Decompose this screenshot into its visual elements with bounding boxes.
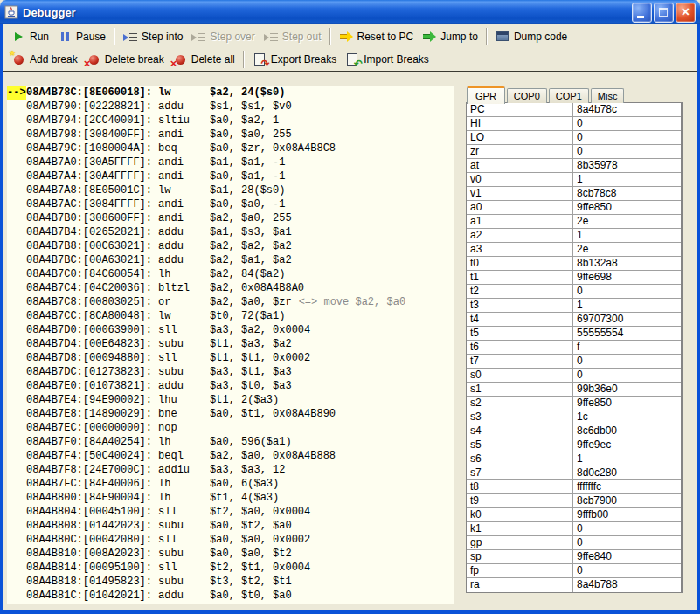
register-value[interactable]: 1	[573, 229, 681, 242]
register-value[interactable]: 2e	[573, 243, 681, 256]
disassembly-line[interactable]: 08A4B7E0:[01073821]:addu$a3, $t0, $a3	[7, 379, 454, 393]
tab-cop1[interactable]: COP1	[549, 88, 589, 103]
register-value[interactable]: 2e	[573, 215, 681, 228]
register-value[interactable]: 9ffe9ec	[573, 438, 681, 452]
disassembly-line[interactable]: 08A4B7A8:[8E05001C]:lw$a1, 28($s0)	[7, 183, 454, 197]
import-breaks-button[interactable]: Import Breaks	[341, 51, 433, 68]
register-value[interactable]: 55555554	[573, 327, 681, 340]
disassembly-line[interactable]: 08A4B80C:[00042080]:sll$a0, $a0, 0x0002	[7, 533, 454, 547]
export-breaks-button[interactable]: Export Breaks	[248, 51, 341, 68]
register-value[interactable]: 8a4b78c	[573, 103, 681, 116]
register-value[interactable]: 8cb7900	[573, 494, 681, 507]
toolbar-button[interactable]	[114, 28, 115, 45]
disassembly-panel[interactable]: -->08A4B78C:[8E060018]:lw$a2, 24($s0) 08…	[7, 86, 454, 604]
tab-cop0[interactable]: COP0	[507, 88, 547, 103]
tab-gpr[interactable]: GPR	[467, 86, 505, 104]
register-value[interactable]: 8d0c280	[573, 466, 681, 479]
register-value[interactable]: 1	[573, 299, 681, 312]
register-value[interactable]: 0	[573, 117, 681, 130]
disassembly-line[interactable]: 08A4B810:[008A2023]:subu$a0, $a0, $t2	[7, 547, 454, 561]
disassembly-line[interactable]: 08A4B7E4:[94E90002]:lhu$t1, 2($a3)	[7, 393, 454, 407]
disassembly-line[interactable]: 08A4B808:[01442023]:subu$a0, $t2, $a0	[7, 519, 454, 533]
disassembly-line[interactable]: 08A4B7DC:[01273823]:subu$a3, $t1, $a3	[7, 365, 454, 379]
tab-misc[interactable]: Misc	[591, 88, 625, 103]
step-into-button[interactable]: Step into	[119, 28, 187, 45]
register-value[interactable]: 0	[573, 285, 681, 298]
address-and-opcode: 08A4B7F0:[84A40254]:	[26, 435, 152, 449]
toolbar-button[interactable]	[486, 28, 488, 45]
register-value[interactable]: 1	[573, 173, 681, 186]
disassembly-line[interactable]: 08A4B7F4:[50C40024]:beql$a2, $a0, 0x08A4…	[7, 449, 454, 463]
disassembly-line[interactable]: 08A4B7D0:[00063900]:sll$a3, $a2, 0x0004	[7, 323, 454, 337]
maximize-button[interactable]	[654, 3, 674, 23]
toolbar-button[interactable]	[329, 28, 331, 45]
disassembly-line[interactable]: 08A4B7BC:[00A63021]:addu$a2, $a1, $a2	[7, 253, 454, 267]
disassembly-line[interactable]: 08A4B7B8:[00C63021]:addu$a2, $a2, $a2	[7, 239, 454, 253]
register-value[interactable]: 8b132a8	[573, 257, 681, 270]
disassembly-line[interactable]: 08A4B798:[308400FF]:andi$a0, $a0, 255	[7, 128, 454, 141]
disassembly-line[interactable]: 08A4B800:[84E90004]:lh$t1, 4($a3)	[7, 491, 454, 505]
register-value[interactable]: 9ffe698	[573, 271, 681, 284]
disassembly-line[interactable]: 08A4B7B0:[308600FF]:andi$a2, $a0, 255	[7, 211, 454, 225]
disassembly-line[interactable]: 08A4B7A0:[30A5FFFF]:andi$a1, $a1, -1	[7, 155, 454, 169]
register-value[interactable]: 9fffb00	[573, 508, 681, 521]
disassembly-line[interactable]: 08A4B7F8:[24E7000C]:addiu$a3, $a3, 12	[7, 463, 454, 477]
register-value[interactable]: 8b35978	[573, 159, 681, 172]
jump-to-button[interactable]: Jump to	[418, 28, 482, 45]
disassembly-line[interactable]: 08A4B7D8:[00094880]:sll$t1, $t1, 0x0002	[7, 351, 454, 365]
dump-code-button[interactable]: Dump code	[491, 28, 572, 45]
register-value[interactable]: 0	[573, 522, 681, 535]
disassembly-line[interactable]: 08A4B7D4:[00E64823]:subu$t1, $a3, $a2	[7, 337, 454, 351]
register-value[interactable]: 9ffe850	[573, 201, 681, 214]
register-value[interactable]: 9ffe840	[573, 550, 681, 563]
disassembly-line[interactable]: 08A4B814:[00095100]:sll$t2, $t1, 0x0004	[7, 561, 454, 575]
register-value[interactable]: 0	[573, 536, 681, 549]
register-value[interactable]: 8cb78c8	[573, 187, 681, 200]
disassembly-line[interactable]: 08A4B7EC:[00000000]:nop	[7, 421, 454, 435]
register-value[interactable]: 0	[573, 564, 681, 577]
register-value[interactable]: 1c	[573, 410, 681, 424]
disassembly-line[interactable]: 08A4B7FC:[84E40006]:lh$a0, 6($a3)	[7, 477, 454, 491]
titlebar[interactable]: Debugger	[0, 0, 700, 24]
disassembly-line[interactable]: 08A4B81C:[01042021]:addu$a0, $t0, $a0	[7, 589, 454, 603]
close-button[interactable]	[676, 3, 696, 23]
minimize-button[interactable]	[632, 3, 652, 23]
register-value[interactable]: 0	[573, 131, 681, 144]
add-break-button[interactable]: Add break	[7, 51, 82, 68]
register-value[interactable]: 99b36e0	[573, 383, 681, 396]
disassembly-line[interactable]: -->08A4B78C:[8E060018]:lw$a2, 24($s0)	[7, 86, 454, 100]
step-over-button[interactable]: Step over	[187, 28, 259, 45]
disassembly-line[interactable]: 08A4B790:[02228821]:addu$s1, $s1, $v0	[7, 100, 454, 114]
disassembly-line[interactable]: 08A4B7C4:[04C20036]:bltzl$a2, 0x08A4B8A0	[7, 281, 454, 295]
register-value[interactable]: 0	[573, 355, 681, 368]
disassembly-line[interactable]: 08A4B818:[01495823]:subu$t3, $t2, $t1	[7, 575, 454, 589]
disassembly-line[interactable]: 08A4B7C8:[00803025]:or$a2, $a0, $zr<=> m…	[7, 295, 454, 309]
disassembly-line[interactable]: 08A4B794:[2CC40001]:sltiu$a0, $a2, 1	[7, 114, 454, 128]
register-value[interactable]: 8c6db00	[573, 424, 681, 438]
disassembly-line[interactable]: 08A4B7CC:[8CA80048]:lw$t0, 72($a1)	[7, 309, 454, 323]
disassembly-line[interactable]: 08A4B7AC:[3084FFFF]:andi$a0, $a0, -1	[7, 197, 454, 211]
register-value[interactable]: f	[573, 341, 681, 354]
register-value[interactable]: 8a4b788	[573, 578, 681, 592]
step-out-button[interactable]: Step out	[260, 28, 326, 45]
disassembly-line[interactable]: 08A4B7B4:[02652821]:addu$a1, $s3, $a1	[7, 225, 454, 239]
register-value[interactable]: 1	[573, 452, 681, 466]
disassembly-line[interactable]: 08A4B7E8:[14890029]:bne$a0, $t1, 0x08A4B…	[7, 407, 454, 421]
register-value[interactable]: 9ffe850	[573, 397, 681, 410]
disassembly-line[interactable]: 08A4B7F0:[84A40254]:lh$a0, 596($a1)	[7, 435, 454, 449]
register-value[interactable]: 69707300	[573, 313, 681, 326]
disassembly-line[interactable]: 08A4B7C0:[84C60054]:lh$a2, 84($a2)	[7, 267, 454, 281]
pseudo-instruction-annotation	[292, 547, 299, 561]
delete-break-button[interactable]: Delete break	[82, 51, 169, 68]
disassembly-line[interactable]: 08A4B7A4:[30A4FFFF]:andi$a0, $a1, -1	[7, 169, 454, 183]
reset-to-pc-button[interactable]: Reset to PC	[335, 28, 419, 45]
disassembly-line[interactable]: 08A4B804:[00045100]:sll$t2, $a0, 0x0004	[7, 505, 454, 519]
toolbar-button[interactable]	[243, 51, 245, 68]
pause-button[interactable]: Pause	[53, 28, 110, 45]
register-value[interactable]: 0	[573, 145, 681, 158]
register-value[interactable]: 0	[573, 369, 681, 382]
register-value[interactable]: fffffffc	[573, 480, 681, 493]
disassembly-line[interactable]: 08A4B79C:[1080004A]:beq$a0, $zr, 0x08A4B…	[7, 141, 454, 155]
run-button[interactable]: Run	[7, 28, 53, 45]
delete-all-button[interactable]: Delete all	[169, 51, 239, 68]
